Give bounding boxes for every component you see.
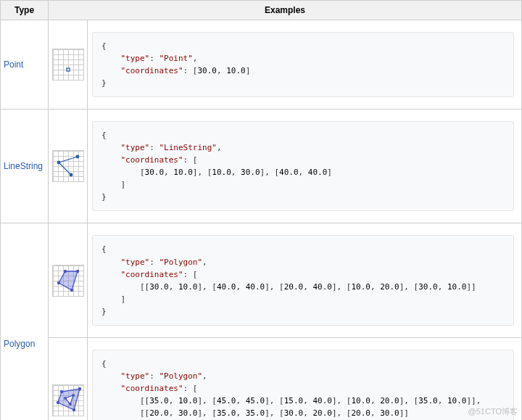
polygon-hole-icon <box>52 384 84 416</box>
svg-point-15 <box>64 397 67 400</box>
type-link-polygon[interactable]: Polygon <box>4 339 35 349</box>
svg-point-13 <box>59 390 62 393</box>
col-header-examples: Examples <box>49 1 522 20</box>
svg-point-3 <box>75 155 79 159</box>
code-example: { "type": "Polygon", "coordinates": [ [[… <box>92 235 514 325</box>
point-icon <box>52 49 84 81</box>
geojson-types-table: Type Examples Point { "type": "Point", "… <box>0 0 522 420</box>
col-header-type: Type <box>1 1 49 20</box>
svg-point-8 <box>57 281 59 284</box>
svg-point-7 <box>63 269 66 272</box>
table-row: LineString { "type": "LineString", "coor… <box>1 110 522 223</box>
svg-point-16 <box>72 394 75 397</box>
svg-marker-4 <box>59 271 78 290</box>
type-link-point[interactable]: Point <box>4 59 23 70</box>
table-row: Point { "type": "Point", "coordinates": … <box>1 20 522 110</box>
svg-point-1 <box>69 173 72 177</box>
svg-point-17 <box>69 403 72 405</box>
code-example: { "type": "Polygon", "coordinates": [ [[… <box>92 350 514 420</box>
table-row: Polygon { "type": "Polygon", "coordinate… <box>1 223 522 337</box>
svg-point-6 <box>75 269 78 272</box>
linestring-icon <box>52 150 84 182</box>
type-link-linestring[interactable]: LineString <box>4 161 43 171</box>
table-row: { "type": "Polygon", "coordinates": [ [[… <box>1 337 522 420</box>
svg-rect-0 <box>67 68 70 71</box>
svg-point-11 <box>72 408 75 411</box>
code-example: { "type": "Point", "coordinates": [30.0,… <box>92 32 514 97</box>
svg-point-5 <box>70 288 72 291</box>
svg-point-2 <box>57 161 60 165</box>
code-example: { "type": "LineString", "coordinates": [… <box>92 121 514 211</box>
polygon-icon <box>52 265 84 297</box>
svg-point-14 <box>56 401 59 404</box>
svg-point-12 <box>78 387 80 390</box>
